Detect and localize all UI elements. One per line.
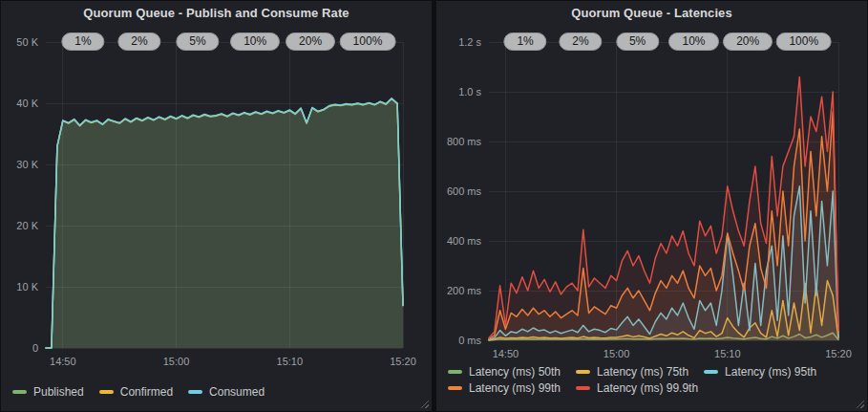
panel-latencies: Quorum Queue - Latencies 1.2 s1.0 s800 m… [436,1,867,411]
legend-label: Latency (ms) 99.9th [597,381,698,395]
annotation-pill[interactable]: 2% [117,33,160,51]
svg-text:15:20: 15:20 [825,348,852,359]
legend-swatch [576,386,590,390]
legend-label: Consumed [209,385,265,399]
svg-text:0 ms: 0 ms [458,335,481,346]
svg-text:20 K: 20 K [16,220,38,231]
legend-item[interactable]: Latency (ms) 99th [448,381,561,395]
annotation-pill[interactable]: 20% [723,33,773,51]
svg-text:400 ms: 400 ms [447,235,482,247]
annotation-pill[interactable]: 10% [668,33,718,51]
svg-text:1.0 s: 1.0 s [458,86,481,98]
latency-chart-svg: 1.2 s1.0 s800 ms600 ms400 ms200 ms0 ms14… [436,1,867,411]
svg-text:50 K: 50 K [16,36,38,48]
legend-label: Published [33,385,84,399]
legend-swatch [448,386,462,390]
svg-text:600 ms: 600 ms [447,185,482,197]
annotation-pill[interactable]: 1% [61,33,104,51]
svg-text:15:00: 15:00 [603,348,630,359]
legend-label: Latency (ms) 75th [597,365,688,379]
legend-item[interactable]: Latency (ms) 95th [704,365,816,379]
legend-item[interactable]: Latency (ms) 50th [448,365,561,379]
annotation-pill[interactable]: 100% [340,33,396,51]
rate-chart-plot[interactable]: 50 K40 K30 K20 K10 K014:5015:0015:1015:2… [1,1,432,411]
latency-chart-plot[interactable]: 1.2 s1.0 s800 ms600 ms400 ms200 ms0 ms14… [436,1,867,411]
legend-swatch [704,370,718,374]
svg-text:14:50: 14:50 [50,356,76,367]
svg-text:30 K: 30 K [16,159,38,170]
annotation-pill[interactable]: 1% [503,33,546,51]
legend-swatch [576,370,590,374]
legend-swatch [99,390,114,394]
legend-label: Latency (ms) 95th [725,365,816,379]
svg-text:0: 0 [32,342,38,354]
rate-chart-svg: 50 K40 K30 K20 K10 K014:5015:0015:1015:2… [1,1,432,411]
svg-text:15:20: 15:20 [390,356,416,367]
annotation-pill[interactable]: 5% [616,33,659,51]
svg-text:15:10: 15:10 [714,348,741,359]
svg-text:10 K: 10 K [16,281,38,293]
legend-item[interactable]: Latency (ms) 75th [576,365,688,379]
legend-label: Latency (ms) 99th [469,381,561,395]
legend-swatch [12,390,27,394]
annotation-pill[interactable]: 5% [176,33,219,51]
svg-text:200 ms: 200 ms [447,285,482,296]
annotation-pill[interactable]: 10% [230,33,280,51]
legend-swatch [188,390,202,394]
legend-label: Confirmed [120,385,173,399]
legend-item[interactable]: Confirmed [99,385,173,399]
annotation-pill[interactable]: 20% [286,33,335,51]
svg-text:40 K: 40 K [16,98,38,109]
annotation-pill[interactable]: 100% [775,33,832,51]
legend-item[interactable]: Published [12,385,84,399]
svg-text:15:10: 15:10 [277,356,304,367]
legend-label: Latency (ms) 50th [469,365,561,379]
annotation-pill[interactable]: 2% [559,33,602,51]
latency-legend: Latency (ms) 50thLatency (ms) 75thLatenc… [448,365,864,395]
rate-legend: PublishedConfirmedConsumed [12,385,423,399]
svg-text:15:00: 15:00 [163,356,190,367]
panel-publish-consume-rate: Quorum Queue - Publish and Consume Rate … [1,1,432,411]
legend-item[interactable]: Consumed [188,385,265,399]
legend-swatch [448,370,462,374]
svg-text:800 ms: 800 ms [447,136,482,147]
svg-text:14:50: 14:50 [493,348,519,359]
svg-text:1.2 s: 1.2 s [458,36,481,48]
legend-item[interactable]: Latency (ms) 99.9th [576,381,698,395]
